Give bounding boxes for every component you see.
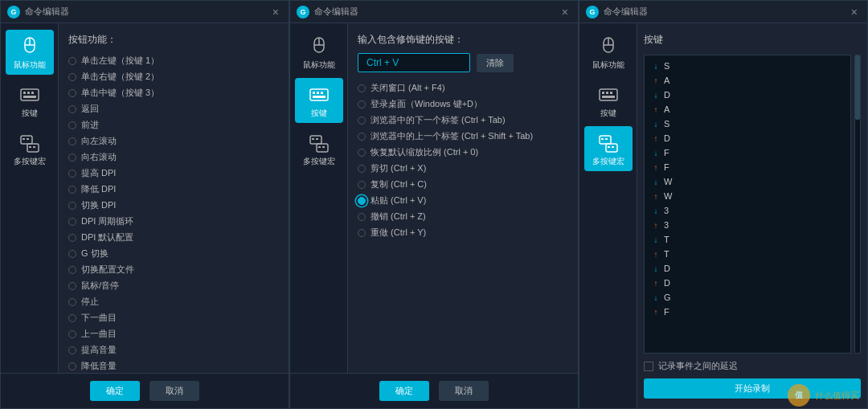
svg-rect-25 — [317, 144, 328, 152]
list-item[interactable]: G 切换 — [68, 247, 279, 260]
sidebar-mouse-3[interactable]: 鼠标功能 — [584, 30, 633, 75]
sidebar-mouse-label-1: 鼠标功能 — [14, 60, 46, 70]
list-item[interactable]: 浏览器中的下一个标签 (Ctrl + Tab) — [358, 114, 568, 126]
radio-circle — [68, 282, 76, 290]
list-item[interactable]: 复制 (Ctrl + C) — [358, 178, 568, 190]
macro-key-label: F — [664, 162, 669, 172]
list-item[interactable]: 降低音量 — [68, 360, 279, 372]
list-item[interactable]: 恢复默认缩放比例 (Ctrl + 0) — [358, 146, 568, 158]
list-item[interactable]: 粘贴 (Ctrl + V) — [358, 194, 568, 207]
sidebar-mouse-1[interactable]: 鼠标功能 — [6, 30, 54, 75]
sidebar-mouse-2[interactable]: 鼠标功能 — [295, 30, 343, 75]
radio-circle — [68, 186, 76, 194]
svg-rect-20 — [321, 92, 323, 94]
main-content-2: 输入包含修饰键的按键： 清除 关闭窗口 (Alt + F4) 登录桌面（Wind… — [348, 23, 578, 373]
radio-circle — [358, 117, 366, 125]
sidebar-macro-label-1: 多按键宏 — [14, 157, 46, 166]
mouse-icon-1 — [18, 35, 41, 57]
list-item[interactable]: 浏览器中的上一个标签 (Ctrl + Shift + Tab) — [358, 130, 568, 142]
svg-rect-21 — [313, 96, 326, 98]
list-item[interactable]: 关闭窗口 (Alt + F4) — [358, 82, 568, 94]
list-item[interactable]: 鼠标/音停 — [68, 280, 279, 292]
svg-rect-10 — [27, 138, 29, 140]
svg-rect-38 — [605, 138, 608, 140]
sidebar-macro-3[interactable]: 多按键宏 — [584, 126, 633, 171]
list-item[interactable]: 单击中键（按键 3） — [68, 87, 279, 99]
svg-rect-19 — [317, 92, 319, 94]
list-item: ↓G — [645, 290, 850, 305]
list-item[interactable]: 单击左键（按键 1） — [68, 55, 279, 67]
app-title-1: 命令编辑器 — [25, 6, 69, 18]
list-item[interactable]: 降低 DPI — [68, 183, 279, 195]
multikey-icon-1 — [18, 131, 41, 153]
list-item[interactable]: 切换 DPI — [68, 199, 279, 211]
sidebar-2: 鼠标功能 按键 — [290, 23, 348, 373]
list-item[interactable]: 下一曲目 — [68, 312, 279, 324]
scrollbar-track[interactable] — [854, 55, 861, 354]
sidebar-keyboard-3[interactable]: 按键 — [584, 78, 633, 123]
svg-rect-8 — [21, 136, 32, 144]
arrow-up-icon: ↑ — [651, 250, 661, 259]
radio-label: 单击左键（按键 1） — [81, 55, 159, 67]
scrollbar-thumb[interactable] — [855, 55, 860, 120]
close-button-2[interactable]: × — [559, 4, 571, 20]
confirm-button-1[interactable]: 确定 — [90, 381, 140, 401]
macro-list-container[interactable]: ↓S ↑A ↓D ↑A ↓S ↑D ↓F ↑F ↓W ↑W ↓3 ↑3 ↓T ↑… — [644, 55, 851, 354]
list-item[interactable]: 上一曲目 — [68, 328, 279, 340]
list-item[interactable]: 剪切 (Ctrl + X) — [358, 162, 568, 174]
arrow-up-icon: ↑ — [651, 163, 661, 172]
titlebar-1: G 命令编辑器 × — [1, 1, 289, 23]
close-button-1[interactable]: × — [269, 4, 282, 20]
watermark-logo: 值 — [788, 384, 810, 407]
radio-label: 剪切 (Ctrl + X) — [371, 162, 426, 174]
radio-circle — [68, 153, 76, 162]
list-item[interactable]: 切换配置文件 — [68, 264, 279, 276]
list-item[interactable]: 登录桌面（Windows 键+D） — [358, 98, 568, 110]
list-item[interactable]: 返回 — [68, 103, 279, 115]
confirm-button-2[interactable]: 确定 — [379, 381, 429, 401]
list-item[interactable]: DPI 默认配置 — [68, 231, 279, 243]
sidebar-1: 鼠标功能 按键 — [1, 23, 59, 373]
list-item[interactable]: 重做 (Ctrl + Y) — [358, 227, 568, 239]
keyboard-icon-2 — [308, 83, 330, 105]
macro-key-label: W — [664, 191, 672, 201]
titlebar-left-3: G 命令编辑器 — [586, 6, 648, 18]
radio-label: G 切换 — [81, 247, 108, 260]
list-item[interactable]: 提高 DPI — [68, 167, 279, 179]
radio-label: 切换 DPI — [81, 199, 116, 211]
list-item[interactable]: DPI 周期循环 — [68, 215, 279, 227]
sidebar-macro-2[interactable]: 多按键宏 — [295, 126, 343, 171]
delay-checkbox[interactable] — [644, 362, 653, 371]
delay-checkbox-label: 记录事件之间的延迟 — [658, 360, 738, 372]
radio-label: 复制 (Ctrl + C) — [371, 178, 427, 190]
arrow-down-icon: ↓ — [651, 293, 661, 302]
app-title-3: 命令编辑器 — [604, 6, 648, 18]
keyboard-icon-1 — [18, 83, 41, 105]
svg-rect-24 — [316, 138, 318, 140]
radio-circle — [358, 165, 366, 173]
clear-button-2[interactable]: 清除 — [477, 54, 514, 72]
sidebar-keyboard-1[interactable]: 按键 — [6, 78, 54, 123]
close-button-3[interactable]: × — [848, 4, 861, 20]
list-item[interactable]: 提高音量 — [68, 344, 279, 356]
svg-rect-26 — [318, 146, 321, 148]
list-item[interactable]: 前进 — [68, 119, 279, 131]
hotkey-input-2[interactable] — [358, 53, 470, 72]
svg-rect-7 — [23, 96, 36, 98]
cancel-button-1[interactable]: 取消 — [149, 381, 199, 401]
cancel-button-2[interactable]: 取消 — [439, 381, 489, 401]
radio-label: 降低 DPI — [81, 183, 116, 195]
sidebar-mouse-label-3: 鼠标功能 — [592, 60, 624, 70]
list-item[interactable]: 向左滚动 — [68, 135, 279, 147]
sidebar-keyboard-2[interactable]: 按键 — [295, 78, 343, 123]
svg-rect-17 — [310, 89, 328, 100]
arrow-up-icon: ↑ — [651, 105, 661, 114]
list-item[interactable]: 单击右键（按键 2） — [68, 71, 279, 83]
list-item: ↓F — [645, 145, 850, 160]
sidebar-macro-1[interactable]: 多按键宏 — [6, 126, 54, 171]
list-item[interactable]: 停止 — [68, 296, 279, 308]
list-item[interactable]: 撤销 (Ctrl + Z) — [358, 211, 568, 223]
radio-circle — [68, 250, 76, 258]
list-item[interactable]: 向右滚动 — [68, 151, 279, 163]
list-item: ↓3 — [645, 203, 850, 218]
